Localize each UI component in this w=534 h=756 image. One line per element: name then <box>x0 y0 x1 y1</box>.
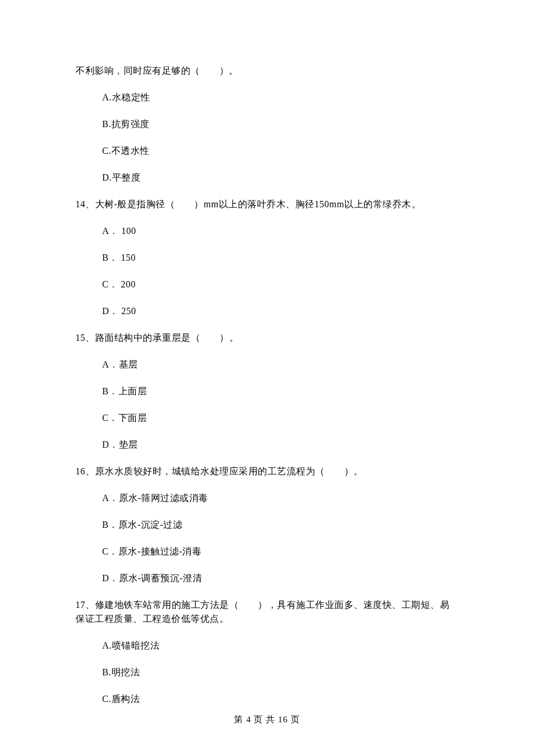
page-footer: 第 4 页 共 16 页 <box>0 713 534 726</box>
option-16-a: A．原水-筛网过滤或消毒 <box>75 491 459 505</box>
option-d: D.平整度 <box>75 171 459 185</box>
option-b: B.抗剪强度 <box>75 117 459 131</box>
option-16-d: D．原水-调蓄预沉-澄清 <box>75 571 459 585</box>
option-17-a: A.喷锚暗挖法 <box>75 639 459 653</box>
option-15-d: D．垫层 <box>75 438 459 452</box>
question-16: 16、原水水质较好时，城镇给水处理应采用的工艺流程为（ ）。 <box>75 465 459 478</box>
question-14: 14、大树-般是指胸径（ ）mm以上的落叶乔木、胸径150mm以上的常绿乔木。 <box>75 197 459 211</box>
option-a: A.水稳定性 <box>75 91 459 105</box>
page-content: 不利影响，同时应有足够的（ ）。 A.水稳定性 B.抗剪强度 C.不透水性 D.… <box>0 0 534 706</box>
option-c: C.不透水性 <box>75 144 459 158</box>
option-14-c: C． 200 <box>75 278 459 291</box>
option-17-b: B.明挖法 <box>75 665 459 679</box>
question-15: 15、路面结构中的承重层是（ ）。 <box>75 331 459 345</box>
option-15-b: B．上面层 <box>75 384 459 398</box>
question-continuation: 不利影响，同时应有足够的（ ）。 <box>75 64 459 78</box>
option-14-b: B． 150 <box>75 251 459 265</box>
option-14-a: A． 100 <box>75 224 459 238</box>
option-14-d: D． 250 <box>75 304 459 318</box>
question-17: 17、修建地铁车站常用的施工方法是（ ），具有施工作业面多、速度快、工期短、易保… <box>75 598 459 626</box>
option-17-c: C.盾构法 <box>75 692 459 706</box>
option-16-b: B．原水-沉淀-过滤 <box>75 518 459 532</box>
option-15-c: C．下面层 <box>75 411 459 425</box>
option-16-c: C．原水-接触过滤-消毒 <box>75 545 459 559</box>
option-15-a: A．基层 <box>75 358 459 372</box>
